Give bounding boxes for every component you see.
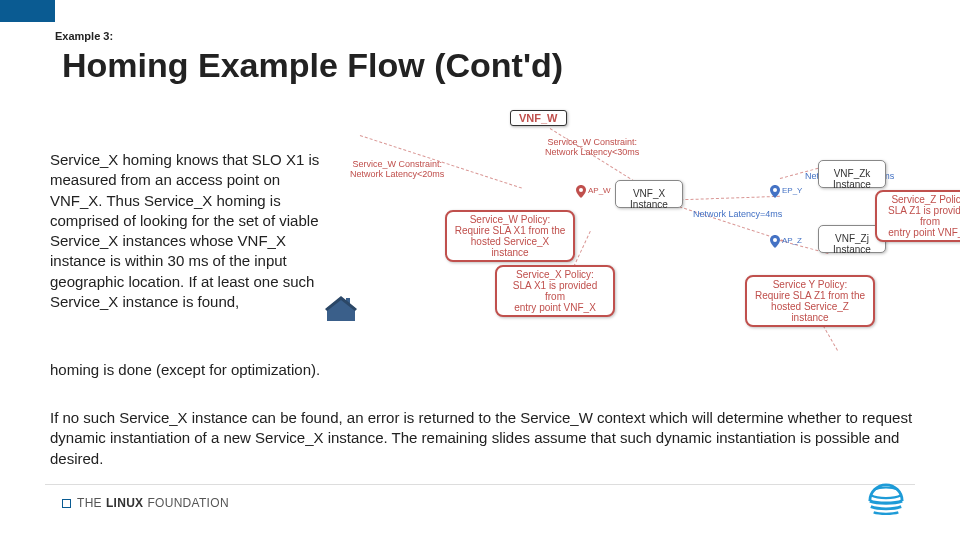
architecture-diagram: VNF_W Service_W Constraint:Network Laten… — [315, 110, 925, 355]
svg-point-1 — [579, 188, 583, 192]
map-pin-icon — [576, 184, 586, 197]
linux-foundation-logo: THE LINUX FOUNDATION — [62, 496, 229, 510]
logo-foundation: FOUNDATION — [147, 496, 228, 510]
example-label: Example 3: — [55, 30, 113, 42]
divider — [45, 484, 915, 485]
service-w-constraint2-label: Service_W Constraint:Network Latency<30m… — [545, 138, 639, 158]
service-y-policy-box: Service Y Policy:Require SLA Z1 from the… — [745, 275, 875, 327]
service-z-policy-box: Service_Z Policy:SLA Z1 is provided from… — [875, 190, 960, 242]
att-logo — [867, 482, 905, 520]
map-pin-icon — [770, 184, 780, 197]
vnf-zk-box: VNF_ZkInstance — [818, 160, 886, 188]
paragraph-1: Service_X homing knows that SLO X1 is me… — [50, 150, 330, 312]
paragraph-1-cont: homing is done (except for optimization)… — [50, 360, 450, 380]
vnf-w-box: VNF_W — [510, 110, 567, 126]
paragraph-2: If no such Service_X instance can be fou… — [50, 408, 920, 469]
service-w-policy-box: Service_W Policy:Require SLA X1 from the… — [445, 210, 575, 262]
network-latency-4-label: Network Latency=4ms — [693, 210, 782, 220]
logo-square-icon — [62, 499, 71, 508]
ap-z-label: AP_Z — [782, 237, 802, 246]
logo-the: THE — [77, 496, 102, 510]
vnf-x-box: VNF_XInstance — [615, 180, 683, 208]
home-icon — [325, 295, 357, 323]
ep-y-label: EP_Y — [782, 187, 802, 196]
service-x-policy-box: Service_X Policy:SLA X1 is provided from… — [495, 265, 615, 317]
ap-w-label: AP_W — [588, 187, 611, 196]
header-accent-bar — [0, 0, 55, 22]
map-pin-icon — [770, 234, 780, 247]
slide: Example 3: Homing Example Flow (Cont'd) … — [0, 0, 960, 540]
svg-point-2 — [773, 188, 777, 192]
page-title: Homing Example Flow (Cont'd) — [62, 46, 563, 85]
svg-point-3 — [773, 238, 777, 242]
logo-linux: LINUX — [106, 496, 144, 510]
service-w-constraint-label: Service_W Constraint:Network Latency<20m… — [350, 160, 444, 180]
